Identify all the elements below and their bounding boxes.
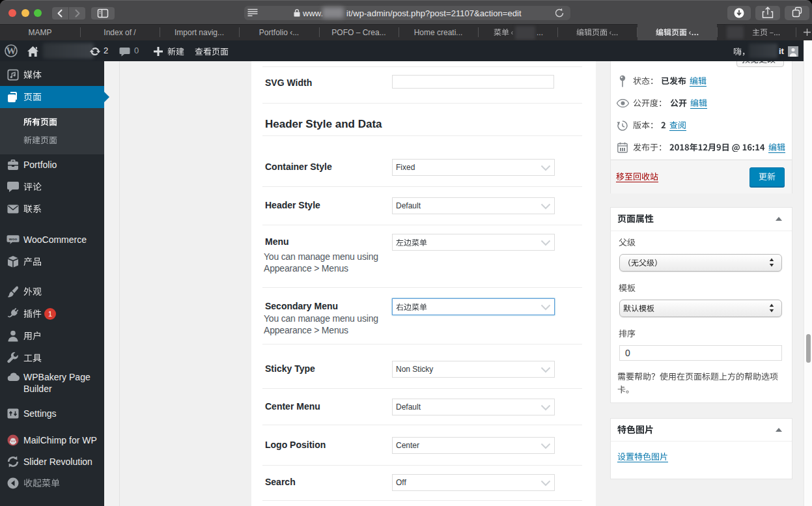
- svg-text:woo: woo: [8, 236, 18, 241]
- svg-text:W: W: [7, 46, 16, 56]
